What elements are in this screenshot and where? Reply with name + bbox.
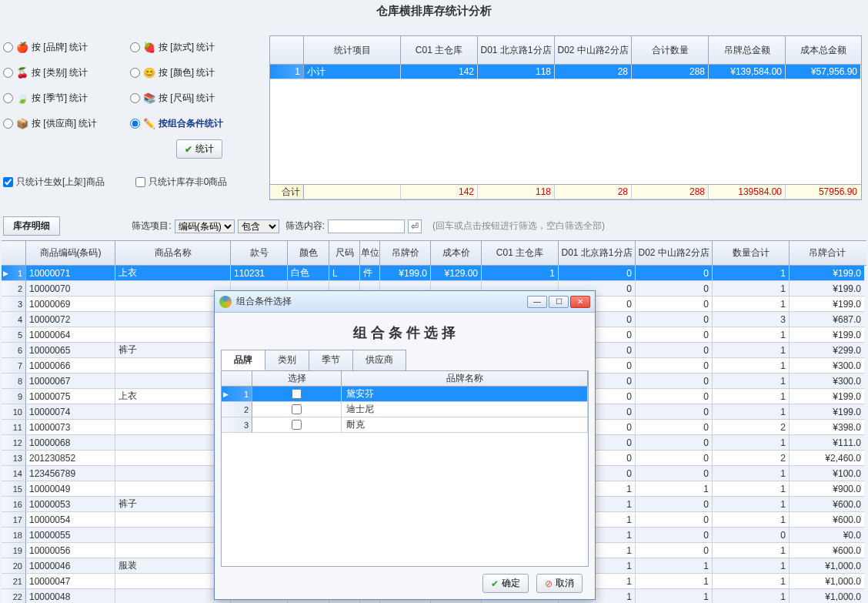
page-title: 仓库横排库存统计分析	[0, 4, 868, 18]
check-icon: ✔	[491, 578, 499, 589]
dialog-title: 组合条件选择	[236, 295, 292, 308]
check-nonzero[interactable]	[135, 177, 145, 187]
list-item[interactable]: 2迪士尼	[222, 402, 588, 417]
tab-brand[interactable]: 品牌	[221, 350, 265, 370]
list-item[interactable]: 1黛安芬	[222, 387, 588, 402]
check-icon: ✔	[185, 144, 192, 155]
dialog-table: 选择 品牌名称 1黛安芬2迪士尼3耐克	[221, 370, 589, 567]
tab-season[interactable]: 季节	[309, 350, 353, 370]
tab-category[interactable]: 类别	[265, 350, 309, 370]
app-logo-icon	[219, 296, 232, 308]
cherry-icon: 🍒	[16, 67, 28, 79]
filter-field-select[interactable]: 编码(条码)	[175, 219, 235, 233]
table-row[interactable]: 110000071上衣110231白色L件¥199.0¥129.001001¥1…	[2, 266, 866, 281]
radio-combo[interactable]: ✏️按组合条件统计	[130, 111, 257, 136]
dialog-tabs: 品牌 类别 季节 供应商	[221, 350, 595, 370]
radio-color[interactable]: 😊按 [颜色] 统计	[130, 60, 257, 85]
cancel-icon: ⊘	[545, 578, 553, 589]
row-checkbox[interactable]	[292, 389, 302, 399]
tab-detail[interactable]: 库存明细	[3, 216, 60, 236]
list-item[interactable]: 3耐克	[222, 417, 588, 433]
cancel-button[interactable]: ⊘取消	[536, 574, 583, 593]
palette-icon: 😊	[143, 67, 155, 79]
combo-dialog: 组合条件选择 — ☐ ✕ 组 合 条 件 选 择 品牌 类别 季节 供应商 选择…	[214, 290, 596, 600]
box-icon: 📦	[16, 118, 28, 129]
stat-button[interactable]: ✔统计	[176, 139, 222, 159]
apple-icon: 🍎	[16, 42, 28, 53]
radio-supplier[interactable]: 📦按 [供应商] 统计	[3, 111, 130, 136]
dialog-heading: 组 合 条 件 选 择	[215, 323, 595, 342]
leaf-icon: 🍃	[16, 92, 28, 104]
radio-season[interactable]: 🍃按 [季节] 统计	[3, 85, 130, 111]
close-button[interactable]: ✕	[570, 296, 590, 308]
tab-supplier[interactable]: 供应商	[352, 350, 406, 370]
radio-size[interactable]: 📚按 [尺码] 统计	[130, 85, 257, 111]
strawberry-icon: 🍓	[143, 42, 155, 53]
minimize-button[interactable]: —	[527, 296, 547, 308]
filter-label: 筛选项目:	[132, 219, 171, 233]
mid-bar: 库存明细 筛选项目: 编码(条码) 包含 筛选内容: ⏎ (回车或点击按钮进行筛…	[3, 216, 865, 236]
row-checkbox[interactable]	[292, 420, 302, 430]
radio-category[interactable]: 🍒按 [类别] 统计	[3, 60, 130, 85]
check-onshelf[interactable]	[3, 177, 13, 187]
filter-go-button[interactable]: ⏎	[408, 219, 422, 233]
maximize-button[interactable]: ☐	[549, 296, 569, 308]
filter-panel: 🍎按 [品牌] 统计 🍓按 [款式] 统计 🍒按 [类别] 统计 😊按 [颜色]…	[3, 35, 265, 189]
filter-input[interactable]	[328, 219, 405, 233]
table-row[interactable]: 1 小计 142 118 28 288 ¥139,584.00 ¥57,956.…	[270, 65, 861, 79]
ok-button[interactable]: ✔确定	[482, 574, 529, 593]
radio-style[interactable]: 🍓按 [款式] 统计	[130, 35, 257, 60]
radio-brand[interactable]: 🍎按 [品牌] 统计	[3, 35, 130, 60]
row-checkbox[interactable]	[292, 404, 302, 414]
filter-op-select[interactable]: 包含	[238, 219, 279, 233]
summary-table: 统计项目 C01 主仓库 D01 北京路1分店 D02 中山路2分店 合计数量 …	[269, 35, 862, 200]
pencil-icon: ✏️	[143, 118, 155, 129]
books-icon: 📚	[143, 92, 155, 104]
summary-total-row: 合计 142 118 28 288 139584.00 57956.90	[270, 184, 861, 199]
